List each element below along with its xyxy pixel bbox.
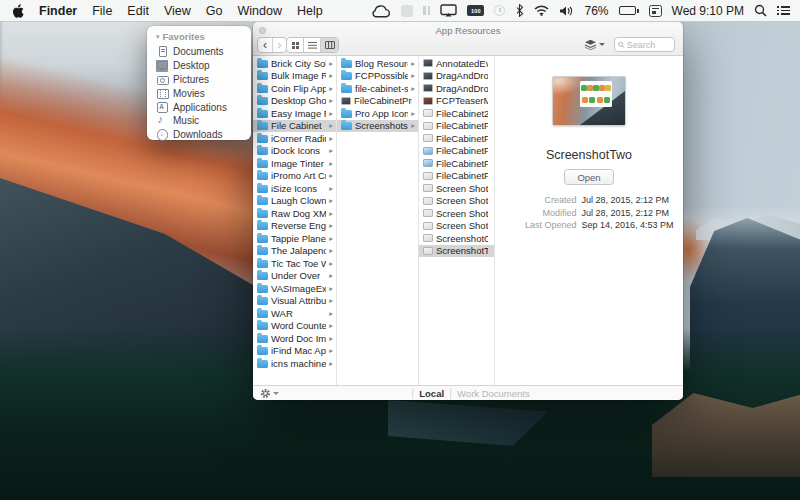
forward-button[interactable]: › bbox=[272, 38, 286, 52]
file-row[interactable]: iPromo Art Cr... ▸ bbox=[253, 170, 336, 183]
file-row[interactable]: Screen Shot 2... bbox=[419, 195, 494, 208]
icon-view-button[interactable] bbox=[287, 38, 304, 52]
favorites-header[interactable]: ▾ Favorites bbox=[156, 31, 251, 42]
file-row[interactable]: Tappie Plane ▸ bbox=[253, 232, 336, 245]
calendar-app-icon[interactable] bbox=[649, 5, 662, 17]
favorites-item[interactable]: Pictures bbox=[156, 73, 251, 87]
search-field[interactable] bbox=[614, 37, 675, 52]
active-app-menu[interactable]: Finder bbox=[39, 4, 77, 18]
file-row[interactable]: Laugh Clown ▸ bbox=[253, 195, 336, 208]
menu-item[interactable]: Go bbox=[206, 4, 223, 18]
file-row[interactable]: FileCabinetPro... bbox=[419, 132, 494, 145]
metadata-row: Created Jul 28, 2015, 2:12 PM bbox=[504, 195, 673, 206]
menu-item[interactable]: Window bbox=[237, 4, 281, 18]
favorites-item[interactable]: Applications bbox=[156, 100, 251, 114]
file-row[interactable]: FileCabinetPro... bbox=[337, 95, 418, 108]
menu-item[interactable]: View bbox=[164, 4, 191, 18]
notification-center-icon[interactable] bbox=[777, 6, 790, 15]
file-row[interactable]: FileCabinetPro... bbox=[419, 170, 494, 183]
metadata-label: Created bbox=[504, 195, 576, 206]
file-row[interactable]: FileCabinetPro... bbox=[419, 145, 494, 158]
file-row[interactable]: icns machine ▸ bbox=[253, 357, 336, 370]
file-row[interactable]: FileCabinet2D... bbox=[419, 107, 494, 120]
favorites-item[interactable]: Documents bbox=[156, 45, 251, 59]
file-row[interactable]: file-cabinet-sv... ▸ bbox=[337, 82, 418, 95]
bluetooth-icon[interactable] bbox=[515, 4, 524, 17]
spotlight-search-icon[interactable] bbox=[754, 4, 767, 17]
file-row[interactable]: DragAndDrop... bbox=[419, 70, 494, 83]
folder-icon bbox=[257, 135, 268, 143]
file-row[interactable]: Word Counter... ▸ bbox=[253, 320, 336, 333]
file-row[interactable]: Image Tinter ▸ bbox=[253, 157, 336, 170]
file-row[interactable]: Coin Flip App ▸ bbox=[253, 82, 336, 95]
file-row[interactable]: ScreenshotOne bbox=[419, 232, 494, 245]
apple-menu-icon[interactable] bbox=[12, 4, 24, 18]
file-row[interactable]: Reverse Engin... ▸ bbox=[253, 220, 336, 233]
arrange-button[interactable] bbox=[581, 37, 607, 52]
file-row[interactable]: iSize Icons ▸ bbox=[253, 182, 336, 195]
favorites-item[interactable]: Music bbox=[156, 114, 251, 128]
dimmed-app-icon[interactable] bbox=[401, 5, 413, 17]
menu-item[interactable]: Edit bbox=[127, 4, 149, 18]
file-row[interactable]: Raw Dog XML... ▸ bbox=[253, 207, 336, 220]
file-row[interactable]: Screen Shot 2... bbox=[419, 182, 494, 195]
dimmed-clock-icon[interactable] bbox=[494, 5, 505, 16]
location-tab[interactable]: Local bbox=[412, 388, 444, 399]
file-name: Desktop Ghost bbox=[271, 95, 326, 106]
file-row[interactable]: Easy Image Re... ▸ bbox=[253, 107, 336, 120]
file-row[interactable]: iDock Icons ▸ bbox=[253, 145, 336, 158]
keyboard-battery-badge[interactable]: 100 bbox=[467, 5, 484, 16]
file-name: Coin Flip App bbox=[271, 83, 326, 94]
wifi-icon[interactable] bbox=[534, 5, 549, 16]
battery-icon[interactable] bbox=[619, 6, 639, 15]
file-row[interactable]: Desktop Ghost ▸ bbox=[253, 95, 336, 108]
volume-icon[interactable] bbox=[559, 5, 574, 17]
favorites-item[interactable]: Desktop bbox=[156, 59, 251, 73]
file-row[interactable]: The Jalapeno... ▸ bbox=[253, 245, 336, 258]
file-row[interactable]: Word Doc Ima... ▸ bbox=[253, 332, 336, 345]
image-file-icon bbox=[423, 122, 433, 130]
file-row[interactable]: Visual Attribut... ▸ bbox=[253, 295, 336, 308]
search-input[interactable] bbox=[627, 40, 671, 50]
menu-bar-clock[interactable]: Wed 9:10 PM bbox=[672, 4, 744, 18]
file-row[interactable]: FCPTeaserMa... bbox=[419, 95, 494, 108]
thumbnail-icon-grid bbox=[580, 81, 612, 107]
favorites-item[interactable]: Downloads bbox=[156, 128, 251, 142]
file-row[interactable]: Tic Tac Toe W... ▸ bbox=[253, 257, 336, 270]
preview-file-name: ScreenshotTwo bbox=[546, 148, 632, 162]
file-row[interactable]: WAR ▸ bbox=[253, 307, 336, 320]
file-row[interactable]: iFind Mac Apps ▸ bbox=[253, 345, 336, 358]
cloud-icon[interactable] bbox=[370, 4, 391, 18]
file-row[interactable]: Bulk Image Re... ▸ bbox=[253, 70, 336, 83]
file-row[interactable]: DragAndDropT... bbox=[419, 82, 494, 95]
list-view-button[interactable] bbox=[304, 38, 321, 52]
favorites-item[interactable]: Movies bbox=[156, 86, 251, 100]
favorites-item-label: Music bbox=[173, 115, 199, 126]
file-row[interactable]: FileCabinetPro... bbox=[419, 157, 494, 170]
file-row[interactable]: Screen Shot 2... bbox=[419, 220, 494, 233]
column-view-button[interactable] bbox=[321, 38, 338, 52]
file-row[interactable]: Blog Resources ▸ bbox=[337, 57, 418, 70]
location-tab[interactable]: Work Documents bbox=[450, 388, 530, 399]
open-button[interactable]: Open bbox=[564, 169, 613, 185]
file-row[interactable]: Screen Shot 2... bbox=[419, 207, 494, 220]
file-row[interactable]: Screenshots ▸ bbox=[337, 120, 418, 133]
menu-item[interactable]: Help bbox=[297, 4, 323, 18]
file-row[interactable]: ScreenshotTwo bbox=[419, 245, 494, 258]
file-row[interactable]: Brick City Solit... ▸ bbox=[253, 57, 336, 70]
pause-icon[interactable] bbox=[423, 6, 430, 15]
file-row[interactable]: AnnotatedEve... bbox=[419, 57, 494, 70]
action-menu-button[interactable] bbox=[253, 388, 279, 399]
file-row[interactable]: FileCabinetPro... bbox=[419, 120, 494, 133]
file-row[interactable]: VASImageExtr... ▸ bbox=[253, 282, 336, 295]
navigation-buttons: ‹ › bbox=[257, 37, 287, 53]
file-row[interactable]: FCPPossibleTe... ▸ bbox=[337, 70, 418, 83]
back-button[interactable]: ‹ bbox=[258, 38, 272, 52]
menu-item[interactable]: File bbox=[92, 4, 112, 18]
file-row[interactable]: File Cabinet ▸ bbox=[253, 120, 336, 133]
file-row[interactable]: iCorner Radius ▸ bbox=[253, 132, 336, 145]
airplay-display-icon[interactable] bbox=[440, 4, 457, 17]
disclosure-arrow-icon: ▸ bbox=[329, 246, 333, 255]
file-row[interactable]: Under Over ▸ bbox=[253, 270, 336, 283]
file-row[interactable]: Pro App Icon ▸ bbox=[337, 107, 418, 120]
